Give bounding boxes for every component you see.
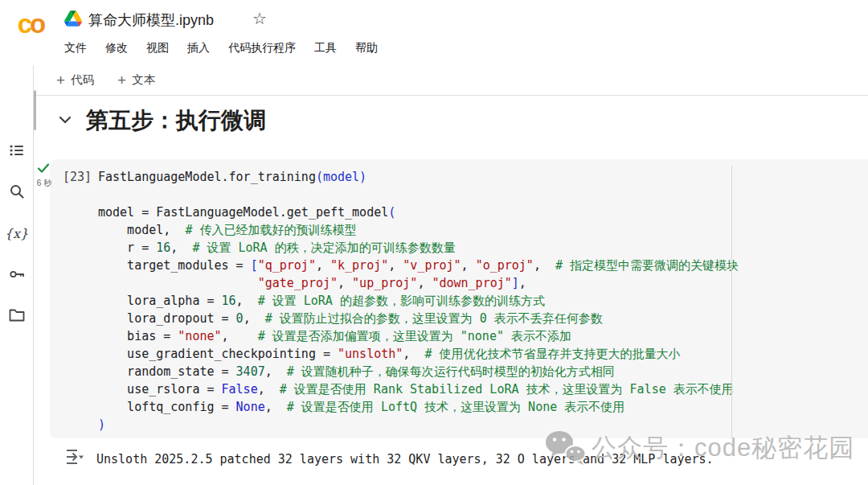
- variables-icon[interactable]: {x}: [0, 226, 33, 241]
- code-line: [98, 186, 739, 203]
- code-line: random_state = 3407, # 设置随机种子，确保每次运行代码时模…: [98, 363, 739, 380]
- google-drive-icon[interactable]: [64, 10, 82, 27]
- search-icon[interactable]: [0, 183, 33, 203]
- code-line: FastLanguageModel.for_training(model): [98, 168, 739, 186]
- table-of-contents-icon[interactable]: [0, 142, 33, 162]
- execution-count: [23]: [63, 170, 92, 184]
- code-line: bias = "none", # 设置是否添加偏置项，这里设置为 "none" …: [98, 327, 739, 345]
- files-folder-icon[interactable]: [0, 308, 33, 326]
- code-line: model = FastLanguageModel.get_peft_model…: [98, 203, 739, 221]
- logo-letter-o: o: [30, 9, 43, 39]
- cell-output-text: Unsloth 2025.2.5 patched 32 layers with …: [96, 452, 714, 467]
- code-line: use_rslora = False, # 设置是否使用 Rank Stabil…: [98, 380, 739, 398]
- code-line: lora_dropout = 0, # 设置防止过拟合的参数，这里设置为 0 表…: [98, 310, 739, 327]
- add-code-label: 代码: [71, 72, 94, 88]
- code-block[interactable]: FastLanguageModel.for_training(model) mo…: [98, 168, 739, 434]
- add-code-button[interactable]: + 代码: [56, 72, 94, 88]
- menu-insert[interactable]: 插入: [187, 41, 210, 55]
- add-text-button[interactable]: + 文本: [117, 72, 155, 88]
- menu-tools[interactable]: 工具: [314, 41, 337, 55]
- notebook-title[interactable]: 算命大师模型.ipynb: [88, 10, 214, 30]
- vertical-scrollbar-thumb[interactable]: [34, 90, 36, 130]
- code-line: "gate_proj", "up_proj", "down_proj"],: [98, 274, 739, 292]
- menu-runtime[interactable]: 代码执行程序: [228, 41, 296, 55]
- app-header: co 算命大师模型.ipynb ☆ 文件修改视图插入代码执行程序工具帮助: [0, 0, 868, 66]
- code-line: ): [98, 416, 739, 434]
- cell-duration: 6 秒: [32, 178, 56, 189]
- cell-toolbar: + 代码 + 文本: [33, 65, 868, 96]
- logo-letter-c: c: [18, 9, 30, 39]
- plus-icon: +: [56, 72, 65, 88]
- add-text-label: 文本: [132, 72, 155, 88]
- colab-logo[interactable]: co: [10, 6, 51, 42]
- star-icon[interactable]: ☆: [252, 9, 267, 28]
- code-line: target_modules = ["q_proj", "k_proj", "v…: [98, 257, 739, 274]
- menubar: 文件修改视图插入代码执行程序工具帮助: [64, 37, 396, 60]
- editor-column-ruler: [731, 166, 732, 438]
- menu-edit[interactable]: 修改: [105, 41, 128, 55]
- menu-help[interactable]: 帮助: [355, 41, 378, 55]
- code-line: model, # 传入已经加载好的预训练模型: [98, 221, 739, 239]
- left-sidebar: {x}: [0, 65, 34, 485]
- cell-success-check-icon: [37, 162, 50, 174]
- output-stream-icon[interactable]: [64, 448, 84, 466]
- code-line: loftq_config = None, # 设置是否使用 LoftQ 技术，这…: [98, 398, 739, 416]
- secrets-key-icon[interactable]: [0, 266, 33, 286]
- code-line: use_gradient_checkpointing = "unsloth", …: [98, 345, 739, 363]
- section-heading: 第五步：执行微调: [86, 105, 266, 136]
- plus-icon: +: [117, 72, 126, 88]
- code-line: r = 16, # 设置 LoRA 的秩，决定添加的可训练参数数量: [98, 239, 739, 257]
- code-line: lora_alpha = 16, # 设置 LoRA 的超参数，影响可训练参数的…: [98, 292, 739, 310]
- collapse-chevron-down-icon[interactable]: [57, 113, 73, 126]
- menu-view[interactable]: 视图: [146, 41, 169, 55]
- menu-file[interactable]: 文件: [64, 41, 87, 55]
